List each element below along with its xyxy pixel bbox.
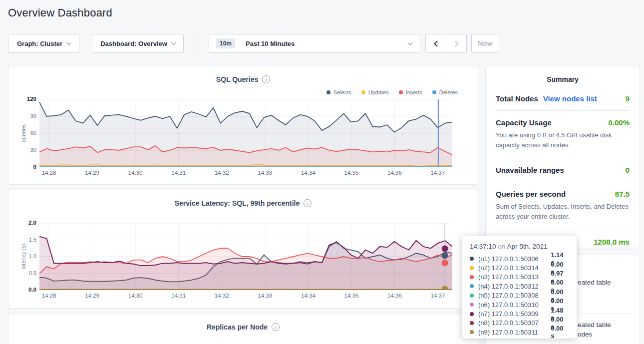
node-color-dot (470, 275, 474, 279)
summary-panel: Summary Total Nodes View nodes list 9 Ca… (485, 66, 640, 248)
legend-dot (326, 90, 330, 94)
node-address: (n4) 127.0.0.1:50312 (478, 283, 551, 290)
chart-title: Service Latency: SQL, 99th percentile (175, 199, 300, 207)
graph-dropdown-label: Graph: Cluster (17, 40, 62, 47)
dashboard-dropdown-label: Dashboard: Overview (100, 40, 167, 47)
now-button[interactable]: Now (471, 34, 499, 53)
time-next-button[interactable] (446, 34, 467, 53)
hover-dot (442, 260, 448, 266)
node-color-dot (470, 330, 474, 334)
y-tick-label: 2.0 (10, 220, 36, 226)
graph-dropdown[interactable]: Graph: Cluster (8, 34, 79, 53)
x-tick-label: 14:28 (38, 170, 60, 176)
x-tick-label: 14:36 (383, 293, 405, 299)
node-address: (n8) 127.0.0.1:50307 (478, 319, 551, 327)
event-row-fragment[interactable]: eated table (578, 321, 611, 329)
tooltip-time: 14:37:10 (470, 243, 496, 250)
legend-label: Selects (333, 89, 351, 95)
x-tick-label: 14:31 (168, 170, 190, 176)
time-prev-button[interactable] (425, 34, 446, 53)
chevron-down-icon (171, 40, 176, 45)
x-tick-label: 14:35 (340, 170, 362, 176)
time-range-label: Past 10 Minutes (246, 40, 295, 47)
node-color-dot (470, 303, 474, 307)
x-tick-label: 14:37 (427, 293, 449, 299)
page-title: Overview Dashboard (8, 6, 112, 19)
y-tick-label: 0 (10, 164, 36, 170)
time-range-dropdown[interactable]: 10m Past 10 Minutes (209, 34, 420, 53)
total-nodes-value: 9 (626, 94, 630, 103)
dashboard-dropdown[interactable]: Dashboard: Overview (92, 34, 184, 53)
node-address: (n7) 127.0.0.1:50309 (478, 310, 551, 318)
service-latency-chart-card: Service Latency: SQL, 99th percentile i … (8, 190, 478, 309)
x-tick-label: 14:30 (124, 170, 146, 176)
y-axis-unit: queries (20, 124, 26, 142)
sql-queries-chart-card: SQL Queries i SelectsUpdatesInsertsDelet… (8, 66, 478, 185)
capacity-usage-desc: You are using 0 B of 4.5 GiB usable disk… (496, 130, 630, 150)
x-tick-label: 14:28 (38, 293, 60, 299)
node-address: (n3) 127.0.0.1:50313 (478, 273, 551, 281)
legend-label: Deletes (439, 89, 458, 95)
y-tick-label: 30 (10, 147, 36, 153)
y-tick-label: 120 (10, 96, 36, 102)
y-tick-label: 0.0 (10, 287, 36, 293)
total-nodes-label: Total Nodes (496, 94, 538, 103)
node-color-dot (470, 266, 474, 270)
node-color-dot (470, 312, 474, 316)
legend-item-updates[interactable]: Updates (361, 89, 389, 95)
node-color-dot (470, 321, 474, 325)
x-tick-label: 14:30 (124, 293, 146, 299)
x-tick-label: 14:32 (211, 293, 233, 299)
divider (578, 314, 633, 314)
unavailable-ranges-value: 0 (626, 166, 630, 174)
legend-item-deletes[interactable]: Deletes (432, 89, 458, 95)
tooltip-date: Apr 5th, 2021 (507, 243, 547, 250)
info-icon[interactable]: i (304, 199, 312, 207)
x-tick-label: 14:31 (168, 293, 190, 299)
legend-label: Updates (368, 89, 389, 95)
summary-title: Summary (496, 75, 630, 83)
divider (496, 230, 630, 230)
hover-dot (442, 253, 448, 259)
legend-item-selects[interactable]: Selects (326, 89, 351, 95)
hover-dot (442, 245, 448, 252)
chevron-right-icon (452, 40, 459, 47)
info-icon[interactable]: i (272, 323, 280, 331)
chart-title: SQL Queries (216, 75, 259, 83)
x-tick-label: 14:33 (254, 170, 276, 176)
y-tick-label: 90 (10, 113, 36, 119)
capacity-usage-label: Capacity Usage (496, 118, 552, 127)
node-color-dot (470, 284, 474, 288)
chevron-down-icon (66, 40, 71, 45)
x-tick-label: 14:29 (81, 170, 103, 176)
x-tick-label: 14:32 (211, 170, 233, 176)
x-tick-label: 14:34 (297, 170, 319, 176)
unavailable-ranges-label: Unavailable ranges (496, 166, 564, 174)
sql-queries-plot[interactable] (39, 99, 452, 167)
node-color-dot (470, 294, 474, 298)
event-row-fragment[interactable]: odes (578, 331, 592, 338)
legend-item-inserts[interactable]: Inserts (399, 89, 422, 95)
node-latency-value: 0.00 s (551, 325, 569, 340)
tooltip-rows: (n1) 127.0.0.1:503061.14 s(n2) 127.0.0.1… (470, 254, 569, 337)
qps-label: Queries per second (496, 190, 566, 198)
tooltip-title: 14:37:10 on Apr 5th, 2021 (470, 243, 569, 250)
x-tick-label: 14:29 (81, 293, 103, 299)
overview-dashboard-page: Overview Dashboard Graph: Cluster Dashbo… (0, 0, 644, 344)
view-nodes-list-link[interactable]: View nodes list (543, 94, 597, 103)
legend-dot (361, 90, 365, 94)
divider (496, 158, 630, 158)
qps-desc: Sum of Selects, Updates, Inserts, and De… (496, 202, 630, 222)
info-icon[interactable]: i (262, 75, 270, 83)
chart-title: Replicas per Node (207, 323, 268, 331)
y-tick-label: 0.5 (10, 270, 36, 276)
service-latency-plot[interactable] (39, 223, 452, 290)
node-address: (n9) 127.0.0.1:50311 (478, 329, 551, 336)
p99-latency-value: 1208.0 ms (594, 238, 630, 246)
event-row-fragment[interactable]: eated table (578, 279, 611, 286)
now-button-label: Now (478, 39, 493, 47)
node-address: (n1) 127.0.0.1:50306 (478, 255, 551, 263)
legend-dot (432, 90, 436, 94)
node-address: (n5) 127.0.0.1:50308 (478, 292, 551, 299)
y-axis-unit: latency (s) (20, 244, 26, 270)
